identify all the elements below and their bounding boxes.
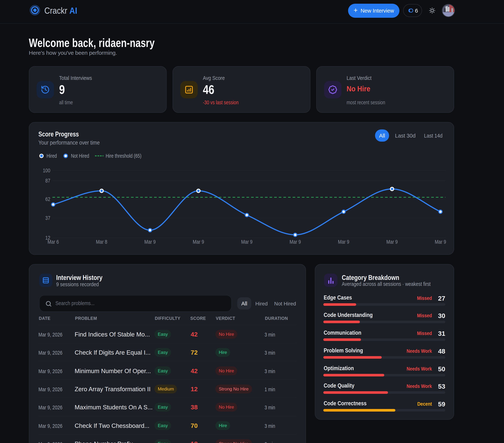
svg-text:Mar 9: Mar 9 bbox=[338, 238, 349, 245]
svg-text:Mar 8: Mar 8 bbox=[96, 238, 107, 245]
svg-text:Mar 9: Mar 9 bbox=[386, 238, 397, 245]
svg-text:Hire threshold (65): Hire threshold (65) bbox=[106, 153, 141, 159]
svg-text:Mar 9: Mar 9 bbox=[435, 238, 446, 245]
svg-text:Hired: Hired bbox=[47, 153, 57, 159]
svg-text:Mar 9: Mar 9 bbox=[193, 238, 204, 245]
svg-text:Mar 9: Mar 9 bbox=[144, 238, 156, 245]
svg-text:Not Hired: Not Hired bbox=[71, 153, 89, 159]
svg-text:Mar 6: Mar 6 bbox=[48, 238, 59, 245]
svg-text:Mar 9: Mar 9 bbox=[289, 238, 301, 245]
svg-text:87: 87 bbox=[45, 177, 50, 184]
svg-text:100: 100 bbox=[43, 167, 50, 173]
svg-text:62: 62 bbox=[45, 196, 50, 202]
svg-text:37: 37 bbox=[45, 215, 50, 221]
svg-text:Mar 9: Mar 9 bbox=[241, 238, 252, 245]
